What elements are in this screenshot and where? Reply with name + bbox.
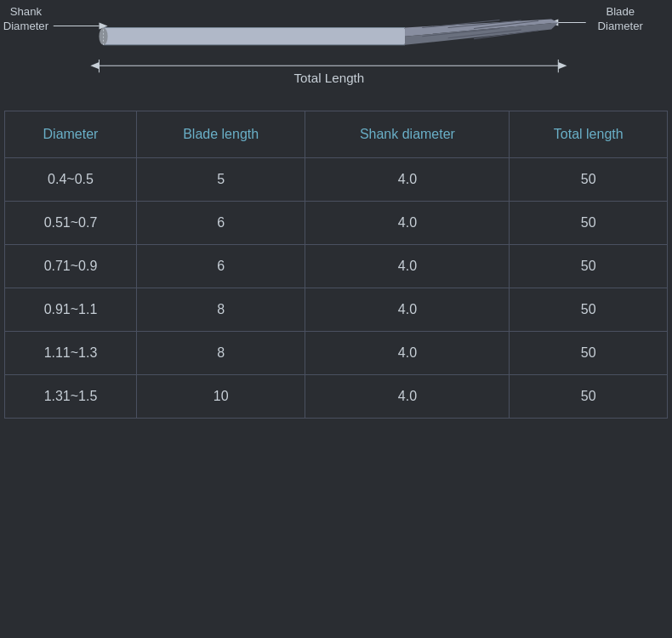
cell-shank-diameter: 4.0 <box>305 288 510 332</box>
table-row: 1.31~1.5104.050 <box>5 375 668 419</box>
cell-shank-diameter: 4.0 <box>305 158 510 202</box>
table-row: 0.4~0.554.050 <box>5 158 668 202</box>
svg-marker-20 <box>558 62 567 69</box>
cell-shank-diameter: 4.0 <box>305 202 510 245</box>
cell-diameter: 0.91~1.1 <box>5 288 137 332</box>
cell-diameter: 0.4~0.5 <box>5 158 137 202</box>
table-row: 0.91~1.184.050 <box>5 288 668 332</box>
table-row: 0.71~0.964.050 <box>5 245 668 288</box>
cell-shank-diameter: 4.0 <box>305 332 510 375</box>
header-shank-diameter: Shank diameter <box>305 111 510 158</box>
cell-diameter: 1.31~1.5 <box>5 375 137 419</box>
cell-diameter: 0.51~0.7 <box>5 202 137 245</box>
table-row: 0.51~0.764.050 <box>5 202 668 245</box>
svg-rect-6 <box>104 28 405 45</box>
cell-blade-length: 6 <box>136 202 305 245</box>
cell-blade-length: 6 <box>136 245 305 288</box>
diagram-section: Shank Diameter Blade Diameter <box>0 0 672 111</box>
cell-diameter: 0.71~0.9 <box>5 245 137 288</box>
cell-shank-diameter: 4.0 <box>305 245 510 288</box>
svg-text:Diameter: Diameter <box>3 20 49 32</box>
shank-diameter-label: Shank <box>10 5 43 18</box>
blade-diameter-label: Blade <box>606 5 635 18</box>
cell-diameter: 1.11~1.3 <box>5 332 137 375</box>
cell-total-length: 50 <box>510 288 668 332</box>
table-section: Diameter Blade length Shank diameter Tot… <box>0 111 672 419</box>
table-row: 1.11~1.384.050 <box>5 332 668 375</box>
cell-blade-length: 5 <box>136 158 305 202</box>
cell-total-length: 50 <box>510 202 668 245</box>
header-blade-length: Blade length <box>136 111 305 158</box>
specs-table: Diameter Blade length Shank diameter Tot… <box>4 111 668 419</box>
cell-blade-length: 8 <box>136 332 305 375</box>
header-total-length: Total length <box>510 111 668 158</box>
cell-total-length: 50 <box>510 332 668 375</box>
table-header-row: Diameter Blade length Shank diameter Tot… <box>5 111 668 158</box>
header-diameter: Diameter <box>5 111 137 158</box>
cell-total-length: 50 <box>510 245 668 288</box>
total-length-diagram-label: Total Length <box>294 71 365 85</box>
cell-shank-diameter: 4.0 <box>305 375 510 419</box>
cell-blade-length: 8 <box>136 288 305 332</box>
cell-blade-length: 10 <box>136 375 305 419</box>
svg-marker-19 <box>90 62 99 69</box>
svg-text:Diameter: Diameter <box>598 20 644 32</box>
cell-total-length: 50 <box>510 158 668 202</box>
cell-total-length: 50 <box>510 375 668 419</box>
